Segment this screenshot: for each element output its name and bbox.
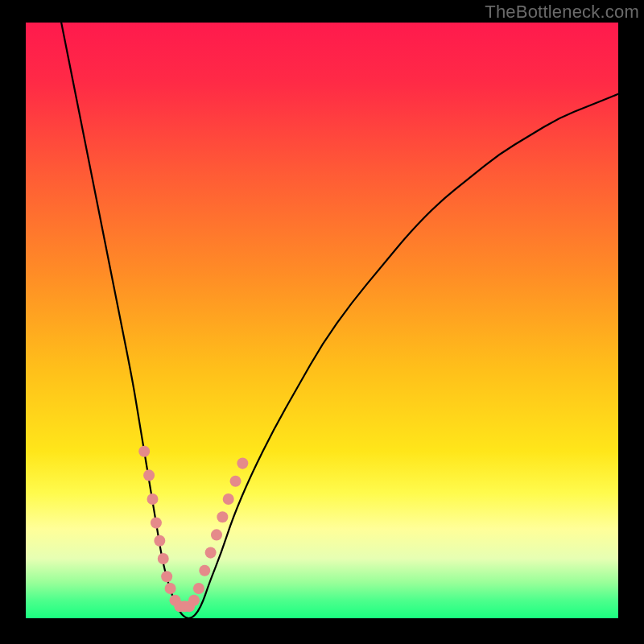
curve-marker xyxy=(193,583,204,594)
curve-marker xyxy=(205,547,217,559)
curve-marker xyxy=(151,518,162,529)
curve-marker xyxy=(223,493,234,505)
curve-marker xyxy=(143,469,155,481)
watermark-text: TheBottleneck.com xyxy=(485,2,639,23)
curve-marker xyxy=(158,553,169,564)
curve-marker xyxy=(154,535,165,547)
curve-marker xyxy=(199,565,210,576)
curve-markers xyxy=(138,446,248,612)
bottleneck-curve xyxy=(61,23,618,618)
curve-marker xyxy=(217,511,228,522)
curve-marker xyxy=(211,529,222,540)
curve-marker xyxy=(188,595,200,606)
curve-layer xyxy=(26,23,618,618)
plot-area xyxy=(26,23,618,618)
curve-marker xyxy=(147,493,159,505)
chart-frame: TheBottleneck.com xyxy=(0,0,644,644)
curve-marker xyxy=(237,458,248,469)
curve-marker xyxy=(230,476,242,487)
curve-marker xyxy=(138,446,150,457)
curve-marker xyxy=(165,583,176,594)
curve-marker xyxy=(161,571,172,582)
